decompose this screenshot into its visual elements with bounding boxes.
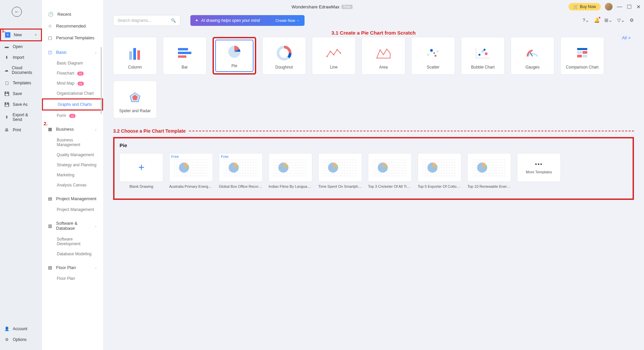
nav-new[interactable]: + New + — [0, 29, 42, 41]
gear-icon: ⚙ — [4, 337, 9, 342]
tile-gauges[interactable]: Gauges — [511, 37, 554, 75]
cat-recommended[interactable]: ☆ Recommended — [42, 20, 103, 32]
nav-options[interactable]: ⚙ Options — [0, 334, 42, 345]
nav-account[interactable]: 👤 Account — [0, 323, 42, 334]
cat-project-label: Project Management — [56, 196, 96, 201]
tile-line[interactable]: Line — [312, 37, 356, 75]
template-tile[interactable]: Top 5 Exporter Of Cotton B... — [418, 153, 461, 188]
nav-print[interactable]: 🖶 Print — [0, 125, 42, 135]
tile-doughnut[interactable]: Doughnut — [262, 37, 306, 75]
tile-bubble[interactable]: Bubble Chart — [461, 37, 505, 75]
cat-recent[interactable]: 🕐 Recent — [42, 8, 103, 20]
cat-strategy[interactable]: Strategy and Planning — [42, 160, 103, 170]
settings-icon[interactable]: ⚙ — [630, 17, 634, 23]
all-link[interactable]: All > — [622, 35, 631, 40]
template-tile[interactable]: Time Spent On Smartphon... — [318, 153, 362, 188]
tile-pie[interactable]: Pie — [213, 37, 256, 75]
section-32-title: 3.2 Choose a Pie Chart Template — [113, 128, 186, 134]
template-thumb — [318, 153, 362, 182]
export-icon: ⬆ — [4, 115, 9, 120]
template-tile[interactable]: •••More Templates — [517, 153, 561, 188]
account-icon: 👤 — [4, 326, 9, 332]
chart-preview — [422, 158, 457, 177]
tile-bar[interactable]: Bar — [163, 37, 206, 75]
annotation-2-num: 2. — [44, 121, 48, 126]
cat-business[interactable]: ▦ Business ⌄ — [42, 123, 103, 135]
cat-form-label: Form — [57, 113, 66, 118]
template-tile[interactable]: FreeAustralia Primary Energy C... — [169, 153, 213, 188]
cat-basic[interactable]: ◫ Basic ⌄ — [42, 46, 103, 58]
software-icon: ▥ — [48, 223, 52, 228]
tile-scatter[interactable]: Scatter — [411, 37, 455, 75]
cat-analysis[interactable]: Analysis Canvas — [42, 180, 103, 190]
chart-preview — [174, 158, 208, 177]
back-button[interactable]: ← — [12, 7, 22, 17]
scrollbar[interactable] — [101, 47, 102, 114]
svg-point-10 — [333, 54, 334, 55]
apps-icon[interactable]: ⊞⌄ — [604, 17, 612, 23]
svg-rect-27 — [577, 51, 582, 54]
nav-save-as[interactable]: 💾 Save As — [0, 99, 42, 110]
tile-comparison[interactable]: Comparison Chart — [560, 37, 604, 75]
nav-templates[interactable]: ▢ Templates — [0, 78, 42, 88]
cat-software[interactable]: ▥ Software & Database ⌄ — [42, 217, 103, 234]
tile-label: Doughnut — [275, 65, 293, 70]
template-thumb — [418, 153, 461, 182]
cat-marketing[interactable]: Marketing — [42, 170, 103, 180]
nav-cloud[interactable]: ☁ Cloud Documents — [0, 63, 42, 78]
chevron-down-icon: ⌄ — [94, 197, 97, 201]
svg-rect-2 — [137, 50, 140, 60]
cat-quality[interactable]: Quality Management — [42, 150, 103, 160]
svg-point-12 — [340, 52, 341, 54]
cat-org-chart[interactable]: Organizational Chart — [42, 88, 103, 98]
svg-rect-3 — [178, 48, 188, 50]
cat-biz-mgmt[interactable]: Business Management — [42, 135, 103, 150]
cat-proj-mgmt[interactable]: Project Management — [42, 205, 103, 215]
ai-banner[interactable]: ✦ AI drawing helps open your mind Create… — [190, 15, 305, 26]
cat-project[interactable]: ▤ Project Management ⌄ — [42, 193, 103, 205]
cat-floor[interactable]: ▧ Floor Plan ⌄ — [42, 262, 103, 273]
nav-save[interactable]: 💾 Save — [0, 88, 42, 99]
nav-open[interactable]: ▬ Open — [0, 41, 42, 52]
cat-flowchart-label: Flowchart — [57, 71, 74, 76]
template-thumb — [269, 153, 312, 182]
cat-mindmap[interactable]: Mind Map AI — [42, 78, 103, 88]
tile-area[interactable]: Area — [362, 37, 405, 75]
cat-basic-diagram[interactable]: Basic Diagram — [42, 58, 103, 68]
template-tile[interactable]: +Blank Drawing — [120, 153, 163, 188]
cat-recent-label: Recent — [57, 12, 71, 17]
filter-icon[interactable]: ▽⌄ — [617, 17, 625, 23]
tile-label: Spider and Radar — [119, 108, 151, 113]
cat-business-label: Business — [56, 127, 74, 132]
cat-form[interactable]: Form AI — [42, 111, 103, 121]
tile-spider[interactable]: Spider and Radar — [113, 81, 157, 118]
help-icon[interactable]: ?⌄ — [583, 17, 589, 23]
template-tile[interactable]: Top 3 Cricketer Of All Time — [368, 153, 412, 188]
star-icon: ☆ — [48, 24, 52, 29]
nav-cloud-label: Cloud Documents — [12, 65, 38, 75]
template-tile[interactable]: Top 10 Renewable Energy S... — [467, 153, 511, 188]
cat-basic-label: Basic — [56, 50, 67, 55]
template-label: Indian Films By Language ... — [269, 184, 312, 188]
cat-graphs-charts[interactable]: Graphs and Charts — [42, 98, 103, 111]
tile-label: Pie — [231, 63, 237, 68]
folder-icon: ▬ — [4, 44, 9, 49]
cat-personal[interactable]: ▢ Personal Templates — [42, 32, 103, 44]
template-tile[interactable]: Indian Films By Language ... — [269, 153, 312, 188]
cat-sw-dev[interactable]: Software Development — [42, 234, 103, 249]
plus-icon: + — [5, 32, 10, 38]
search-input[interactable]: Search diagrams... 🔍 — [113, 15, 180, 26]
cat-db-model[interactable]: Database Modeling — [42, 249, 103, 259]
template-tile[interactable]: FreeGlobal Box Office Record ... — [219, 153, 263, 188]
svg-point-21 — [478, 54, 480, 56]
plus-right-icon: + — [35, 33, 37, 37]
cat-flowchart[interactable]: Flowchart AI — [42, 68, 103, 78]
nav-import[interactable]: ⬇ Import — [0, 52, 42, 63]
svg-point-8 — [326, 56, 328, 57]
notification-icon[interactable]: 🔔 — [594, 17, 600, 23]
nav-export[interactable]: ⬆ Export & Send — [0, 110, 42, 125]
template-icon: ▢ — [48, 35, 52, 40]
tile-column[interactable]: Column — [113, 37, 157, 75]
template-thumb: •••More Templates — [517, 153, 561, 182]
cat-floor-plan[interactable]: Floor Plan — [42, 273, 103, 283]
